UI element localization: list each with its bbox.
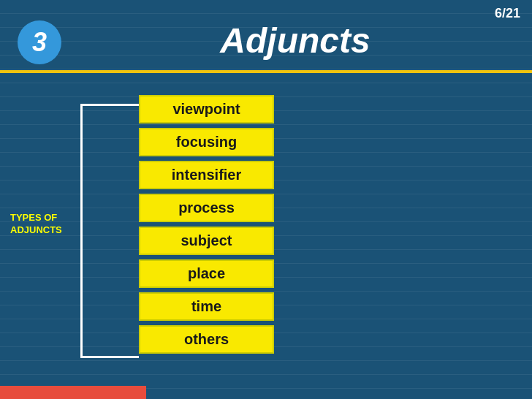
slide: 6/21 3 Adjuncts TYPES OFADJUNCTS viewpoi… (0, 0, 532, 399)
list-item-place: place (139, 259, 274, 288)
bracket-connector (80, 104, 139, 358)
title-underline (0, 70, 532, 73)
list-item-process: process (139, 194, 274, 222)
page-number: 6/21 (495, 6, 520, 21)
list-item-focusing: focusing (139, 128, 274, 156)
list-item-intensifier: intensifier (139, 161, 274, 189)
slide-number-badge: 3 (18, 20, 61, 64)
types-label: TYPES OFADJUNCTS (10, 212, 62, 237)
list-item-others: others (139, 325, 274, 354)
slide-title: Adjuncts (73, 20, 517, 61)
list-item-viewpoint: viewpoint (139, 95, 274, 123)
list-item-subject: subject (139, 227, 274, 255)
list-item-time: time (139, 292, 274, 321)
bottom-bar (0, 386, 146, 399)
adjuncts-list: viewpointfocusingintensifierprocesssubje… (139, 95, 274, 354)
